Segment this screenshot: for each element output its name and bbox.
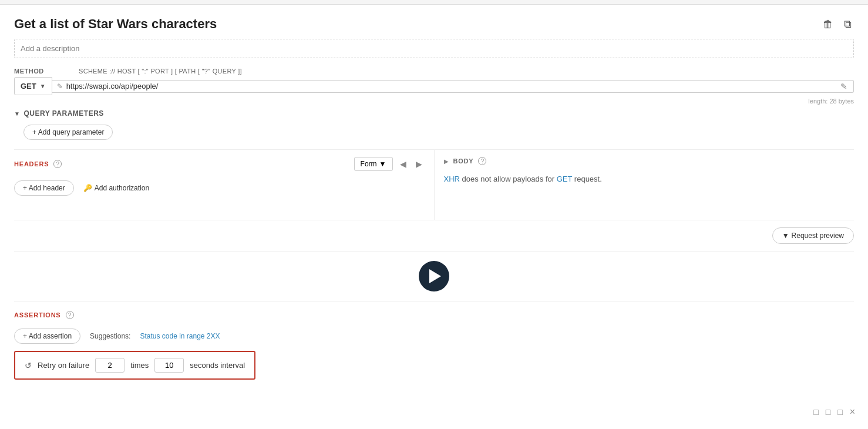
bottom-icon-btn-3[interactable]: □ [836,406,843,418]
query-params-header[interactable]: ▼ QUERY PARAMETERS [14,109,854,118]
add-assertion-label: + Add assertion [23,332,72,340]
method-url-row: GET ▼ ✎ ✎ [14,77,854,95]
url-input-wrapper: ✎ ✎ [52,80,854,93]
title-icons: 🗑 ⧉ [820,17,854,32]
delete-icon: 🗑 [823,18,833,30]
add-auth-label: Add authorization [95,184,149,192]
assertions-section: ASSERTIONS ? + Add assertion Suggestions… [14,301,854,384]
page-container: Get a list of Star Wars characters 🗑 ⧉ M… [0,0,868,429]
add-query-button[interactable]: + Add query parameter [23,125,113,140]
request-preview-button[interactable]: ▼ Request preview [772,227,854,244]
headers-body-section: HEADERS ? Form ▼ ◀ ▶ + Add header 🔑 [14,149,854,220]
key-icon: 🔑 [83,184,92,192]
chevron-down-icon: ▼ [14,110,20,117]
body-collapse-icon[interactable]: ▶ [444,158,449,165]
form-label: Form [361,160,377,168]
form-dropdown-button[interactable]: Form ▼ [354,157,393,171]
dropdown-arrow-icon: ▼ [40,83,46,89]
description-input[interactable] [14,39,854,58]
body-panel: ▶ BODY ? XHR does not allow payloads for… [435,150,854,220]
scheme-label: SCHEME :// HOST [ ":" PORT ] [ PATH [ "?… [79,68,242,75]
retry-seconds-label: seconds interval [190,361,245,370]
page-title: Get a list of Star Wars characters [14,16,217,32]
xhr-link[interactable]: XHR [444,175,460,183]
body-message: XHR does not allow payloads for GET requ… [444,175,854,183]
add-assertion-button[interactable]: + Add assertion [14,329,80,344]
labels-row: METHOD SCHEME :// HOST [ ":" PORT ] [ PA… [14,68,854,75]
suggestions-text: Suggestions: [90,332,130,340]
retry-interval-input[interactable] [154,358,184,373]
run-section [14,251,854,301]
request-preview-row: ▼ Request preview [14,220,854,251]
body-title-row: ▶ BODY ? [444,157,854,165]
edit-url-button[interactable]: ✎ [839,81,849,92]
headers-label: HEADERS [14,160,49,167]
url-length: length: 28 bytes [14,98,854,105]
bottom-right-icons: □ □ □ × [812,405,856,418]
delete-button[interactable]: 🗑 [820,17,836,32]
add-header-button[interactable]: + Add header [14,180,74,196]
form-dropdown-arrow-icon: ▼ [379,160,386,168]
retry-times-label: times [130,361,149,370]
body-message-text2: request. [572,175,602,183]
add-header-label: + Add header [23,184,65,192]
headers-actions: + Add header 🔑 Add authorization [14,180,425,196]
method-value: GET [21,82,36,91]
body-info-icon: ? [478,157,486,165]
retry-label: Retry on failure [38,361,89,370]
headers-panel: HEADERS ? Form ▼ ◀ ▶ + Add header 🔑 [14,150,435,220]
headers-info-icon: ? [53,160,62,168]
method-label: METHOD [14,68,79,75]
edit-icon: ✎ [840,82,847,91]
suggestion-link[interactable]: Status code in range 2XX [140,332,220,340]
request-preview-chevron-icon: ▼ [782,232,789,240]
run-button[interactable] [419,261,449,291]
play-icon [429,269,441,283]
url-input[interactable] [66,82,839,91]
body-get-text: GET [557,175,573,183]
retry-times-input[interactable] [95,358,125,373]
assertions-info-icon: ? [66,311,74,319]
request-preview-label: Request preview [792,232,844,240]
query-params-label: QUERY PARAMETERS [23,109,103,118]
body-label: BODY [453,157,474,165]
lock-icon: ✎ [57,82,63,91]
headers-title-row: HEADERS ? Form ▼ ◀ ▶ [14,157,425,171]
assertions-title-row: ASSERTIONS ? [14,311,854,319]
retry-icon: ↺ [25,361,32,370]
copy-button[interactable]: ⧉ [842,17,854,32]
headers-title-inner: HEADERS ? [14,160,349,168]
bottom-icon-btn-1[interactable]: □ [812,406,819,418]
add-authorization-button[interactable]: 🔑 Add authorization [83,184,149,192]
body-message-text1: does not allow payloads for [460,175,557,183]
copy-icon: ⧉ [844,18,852,30]
expand-right-button[interactable]: ▶ [413,158,425,170]
top-bar [0,0,868,5]
assertions-label: ASSERTIONS [14,311,61,319]
bottom-icon-btn-2[interactable]: □ [825,406,832,418]
close-button[interactable]: × [849,405,856,418]
retry-section: ↺ Retry on failure times seconds interva… [14,351,255,380]
collapse-left-button[interactable]: ◀ [398,158,409,170]
query-params-section: ▼ QUERY PARAMETERS + Add query parameter [14,109,854,140]
assertions-actions: + Add assertion Suggestions: Status code… [14,329,854,344]
title-row: Get a list of Star Wars characters 🗑 ⧉ [14,16,854,32]
method-dropdown[interactable]: GET ▼ [14,77,52,95]
main-content: Get a list of Star Wars characters 🗑 ⧉ M… [0,5,868,396]
add-query-label: + Add query parameter [32,128,104,136]
